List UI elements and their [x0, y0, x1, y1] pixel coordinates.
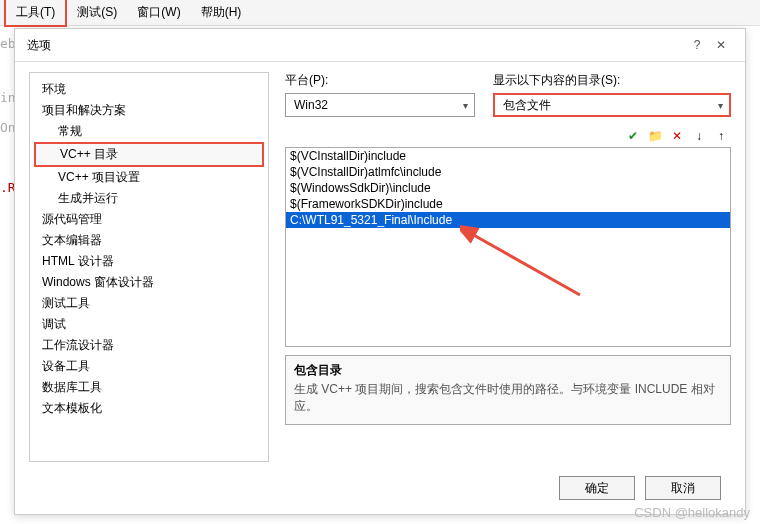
tree-item[interactable]: 常规	[34, 121, 264, 142]
ok-button[interactable]: 确定	[559, 476, 635, 500]
check-icon[interactable]: ✔	[623, 127, 643, 145]
tree-item[interactable]: 源代码管理	[34, 209, 264, 230]
list-item[interactable]: $(FrameworkSDKDir)include	[286, 196, 730, 212]
platform-group: 平台(P): Win32	[285, 72, 475, 117]
tree-item[interactable]: 生成并运行	[34, 188, 264, 209]
menu-test[interactable]: 测试(S)	[67, 0, 127, 25]
help-icon[interactable]: ?	[685, 35, 709, 55]
menu-window[interactable]: 窗口(W)	[127, 0, 190, 25]
menu-tools[interactable]: 工具(T)	[4, 0, 67, 27]
list-item[interactable]: $(VCInstallDir)atlmfc\include	[286, 164, 730, 180]
menubar: 工具(T) 测试(S) 窗口(W) 帮助(H)	[0, 0, 760, 26]
showdir-combo[interactable]: 包含文件	[493, 93, 731, 117]
delete-icon[interactable]: ✕	[667, 127, 687, 145]
tree-item[interactable]: VC++ 目录	[34, 142, 264, 167]
close-icon[interactable]: ✕	[709, 35, 733, 55]
tree-item[interactable]: 文本编辑器	[34, 230, 264, 251]
tree-item[interactable]: 文本模板化	[34, 398, 264, 419]
move-down-icon[interactable]: ↓	[689, 127, 709, 145]
showdir-value: 包含文件	[503, 97, 551, 114]
new-folder-icon[interactable]: 📁	[645, 127, 665, 145]
description-text: 生成 VC++ 项目期间，搜索包含文件时使用的路径。与环境变量 INCLUDE …	[294, 381, 722, 415]
showdir-group: 显示以下内容的目录(S): 包含文件	[493, 72, 731, 117]
platform-label: 平台(P):	[285, 72, 475, 89]
list-item[interactable]: $(WindowsSdkDir)\include	[286, 180, 730, 196]
platform-value: Win32	[294, 98, 328, 112]
tree-item[interactable]: HTML 设计器	[34, 251, 264, 272]
platform-combo[interactable]: Win32	[285, 93, 475, 117]
tree-item[interactable]: Windows 窗体设计器	[34, 272, 264, 293]
description-title: 包含目录	[294, 362, 722, 379]
list-item[interactable]: C:\WTL91_5321_Final\Include	[286, 212, 730, 228]
options-tree[interactable]: 环境项目和解决方案常规VC++ 目录VC++ 项目设置生成并运行源代码管理文本编…	[29, 72, 269, 462]
options-dialog: 选项 ? ✕ 环境项目和解决方案常规VC++ 目录VC++ 项目设置生成并运行源…	[14, 28, 746, 515]
tree-item[interactable]: 环境	[34, 79, 264, 100]
tree-item[interactable]: 项目和解决方案	[34, 100, 264, 121]
list-toolbar: ✔ 📁 ✕ ↓ ↑	[285, 127, 731, 145]
tree-item[interactable]: VC++ 项目设置	[34, 167, 264, 188]
tree-item[interactable]: 调试	[34, 314, 264, 335]
watermark: CSDN @hellokandy	[634, 505, 750, 520]
tree-item[interactable]: 测试工具	[34, 293, 264, 314]
dialog-title: 选项	[27, 37, 685, 54]
directory-list[interactable]: $(VCInstallDir)include$(VCInstallDir)atl…	[285, 147, 731, 347]
showdir-label: 显示以下内容的目录(S):	[493, 72, 731, 89]
dialog-titlebar: 选项 ? ✕	[15, 29, 745, 62]
description-box: 包含目录 生成 VC++ 项目期间，搜索包含文件时使用的路径。与环境变量 INC…	[285, 355, 731, 425]
tree-item[interactable]: 工作流设计器	[34, 335, 264, 356]
move-up-icon[interactable]: ↑	[711, 127, 731, 145]
cancel-button[interactable]: 取消	[645, 476, 721, 500]
menu-help[interactable]: 帮助(H)	[191, 0, 252, 25]
tree-item[interactable]: 设备工具	[34, 356, 264, 377]
tree-item[interactable]: 数据库工具	[34, 377, 264, 398]
list-item[interactable]: $(VCInstallDir)include	[286, 148, 730, 164]
